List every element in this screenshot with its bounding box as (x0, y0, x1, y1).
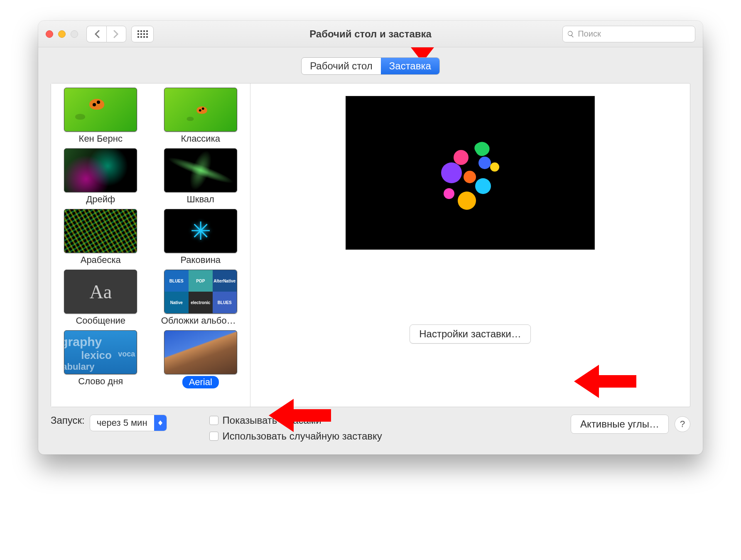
screensaver-item-classic[interactable]: Классика (155, 88, 247, 144)
hot-corners-button[interactable]: Активные углы… (571, 415, 669, 434)
thumbnail (164, 148, 237, 192)
titlebar: Рабочий стол и заставка (38, 21, 703, 47)
preview-pane: Настройки заставки… (250, 84, 690, 407)
bottom-bar: Запуск: через 5 мин Показывать с часами … (51, 415, 690, 442)
start-after-value: через 5 мин (90, 418, 154, 428)
back-button[interactable] (86, 26, 106, 42)
thumbnail (164, 330, 237, 374)
tab-switcher: Рабочий стол Заставка (301, 57, 440, 75)
screensaver-item-aerial[interactable]: Aerial (155, 330, 247, 388)
tab-screensaver[interactable]: Заставка (381, 58, 439, 74)
forward-button[interactable] (106, 26, 126, 42)
thumbnail-label: Дрейф (86, 194, 115, 205)
start-after-select[interactable]: через 5 мин (90, 415, 167, 431)
thumbnail: Aa (64, 270, 137, 314)
zoom-button[interactable] (71, 30, 78, 38)
thumbnail-label: Aerial (182, 376, 219, 388)
screensaver-preview (346, 96, 595, 250)
screensaver-item-arabesque[interactable]: Арабеска (54, 209, 147, 265)
thumbnail-label: Арабеска (81, 255, 121, 265)
thumbnail-label: Кен Бернс (79, 133, 123, 144)
thumbnail-label: Обложки альбом… (161, 315, 240, 326)
thumbnail-label: Шквал (187, 194, 214, 205)
screensaver-item-message[interactable]: Aa Сообщение (54, 270, 147, 326)
thumbnail: graphyvoca lexicoabulary (64, 330, 137, 374)
thumbnail-label: Слово дня (78, 376, 123, 387)
minimize-button[interactable] (58, 30, 66, 38)
help-button[interactable]: ? (675, 416, 690, 432)
show-all-button[interactable] (131, 26, 154, 42)
screensaver-item-drift[interactable]: Дрейф (54, 148, 147, 205)
preferences-window: Рабочий стол и заставка Рабочий стол Зас… (38, 21, 703, 454)
screensaver-item-flurry[interactable]: Шквал (155, 148, 247, 205)
screensaver-list[interactable]: Кен Бернс Классика Дрейф Шквал (51, 84, 250, 407)
grid-icon (137, 30, 148, 38)
checkbox-label: Показывать с часами (223, 415, 321, 426)
thumbnail (64, 148, 137, 192)
thumbnail (164, 209, 237, 253)
start-label: Запуск: (51, 415, 85, 426)
thumbnail: BLUESPOPAlterNative NativeelectronicBLUE… (164, 270, 237, 314)
checkbox-label: Использовать случайную заставку (223, 430, 382, 442)
thumbnail (64, 209, 137, 253)
select-arrows-icon (154, 415, 167, 431)
screensaver-item-word-of-day[interactable]: graphyvoca lexicoabulary Слово дня (54, 330, 147, 388)
checkbox-icon (209, 432, 218, 441)
traffic-lights (46, 30, 78, 38)
screensaver-options-button[interactable]: Настройки заставки… (410, 324, 530, 344)
search-input[interactable] (578, 29, 691, 39)
tab-desktop[interactable]: Рабочий стол (302, 58, 381, 74)
content-area: Кен Бернс Классика Дрейф Шквал (51, 83, 690, 407)
thumbnail-label: Классика (181, 133, 220, 144)
thumbnail (164, 88, 237, 132)
apple-logo-icon (437, 133, 503, 212)
close-button[interactable] (46, 30, 53, 38)
search-icon (567, 30, 574, 38)
checkbox-icon (209, 416, 218, 425)
nav-buttons (86, 26, 126, 42)
show-clock-checkbox[interactable]: Показывать с часами (209, 415, 382, 426)
thumbnail (64, 88, 137, 132)
thumbnail-label: Сообщение (76, 315, 125, 326)
thumbnail-label: Раковина (180, 255, 221, 265)
random-screensaver-checkbox[interactable]: Использовать случайную заставку (209, 430, 382, 442)
screensaver-item-album-covers[interactable]: BLUESPOPAlterNative NativeelectronicBLUE… (155, 270, 247, 326)
screensaver-item-ken-burns[interactable]: Кен Бернс (54, 88, 147, 144)
search-field[interactable] (562, 26, 695, 42)
screensaver-item-shell[interactable]: Раковина (155, 209, 247, 265)
